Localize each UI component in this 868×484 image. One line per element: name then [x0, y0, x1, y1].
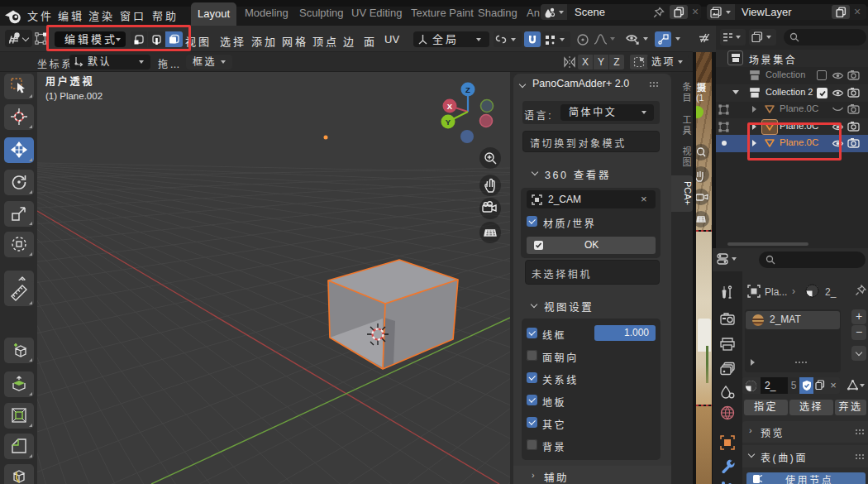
- svg-text:(1) Plane.002: (1) Plane.002: [45, 91, 103, 101]
- svg-text:X: X: [447, 102, 453, 111]
- svg-text:Y: Y: [446, 117, 451, 127]
- svg-text:用户透视: 用户透视: [45, 75, 94, 88]
- svg-text:Z: Z: [465, 85, 470, 94]
